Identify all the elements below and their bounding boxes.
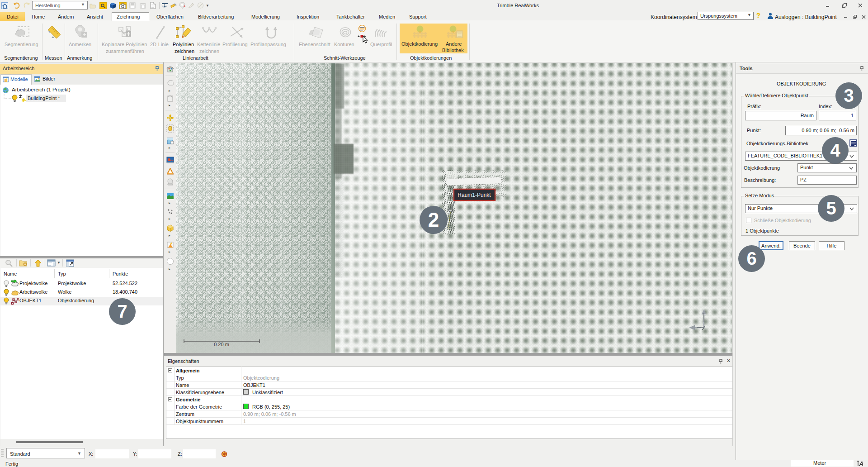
svg-text:0.20 m: 0.20 m <box>214 342 229 347</box>
svg-text:Raum1-Punkt: Raum1-Punkt <box>458 192 491 198</box>
